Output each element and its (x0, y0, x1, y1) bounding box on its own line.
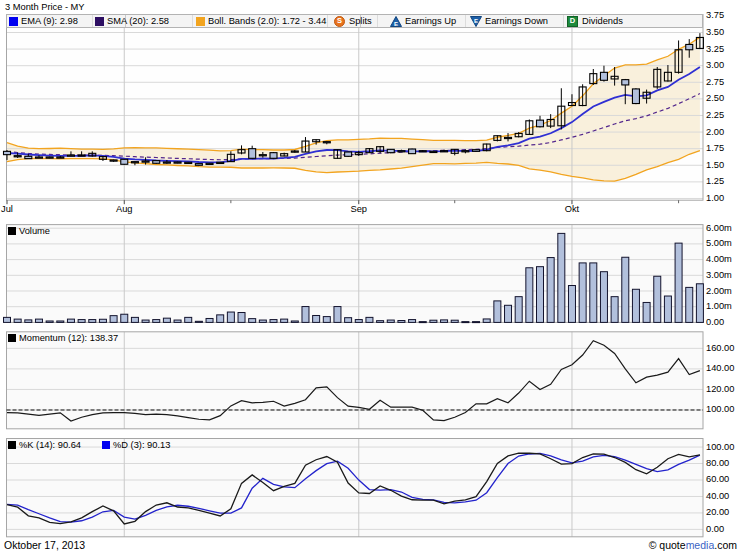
legend-item-splits: S Splits (334, 15, 372, 27)
volume-bar (14, 319, 21, 322)
ema-color-swatch (9, 17, 18, 26)
legend-item-sma: SMA (20): 2.58 (95, 15, 169, 27)
volume-legend: Volume (8, 225, 50, 237)
stochastic-ytick-label: 80.00 (706, 458, 729, 468)
volume-bar (281, 319, 288, 322)
legend-divider (92, 15, 93, 27)
momentum-ytick-label: 160.00 (706, 343, 734, 353)
volume-ytick-label: 6.00m (706, 223, 732, 233)
price-ytick-label: 1.75 (706, 143, 724, 153)
volume-bar (451, 320, 458, 322)
candle-body (664, 72, 671, 81)
candle-body (696, 37, 703, 48)
footer-brand-media: media (686, 539, 715, 551)
stochastic-ytick-label: 100.00 (706, 442, 734, 452)
chart-canvas (0, 0, 740, 558)
month-label-sep: Sep (350, 204, 367, 214)
price-ytick-label: 1.50 (706, 160, 724, 170)
volume-bar (99, 319, 106, 322)
candle-body (430, 151, 437, 152)
price-ytick-label: 1.00 (706, 193, 724, 203)
candle-body (142, 161, 149, 162)
price-ytick-label: 2.00 (706, 127, 724, 137)
volume-bar (227, 312, 234, 322)
candle-body (270, 153, 277, 159)
earnings-up-letter: E (394, 20, 398, 26)
price-ytick-label: 2.75 (706, 77, 724, 87)
earnings-down-letter: E (474, 18, 478, 24)
legend-item-dividends: D Dividends (567, 15, 623, 27)
volume-bar (355, 320, 362, 323)
volume-bar (664, 296, 671, 322)
stochastic-ytick-label: 40.00 (706, 491, 729, 501)
volume-bar (259, 320, 266, 322)
candle-body (526, 121, 533, 135)
volume-ytick-label: 1.00m (706, 301, 732, 311)
candle-body (323, 142, 330, 143)
candle-body (419, 151, 426, 152)
candle-body (313, 140, 320, 142)
volume-bar (57, 321, 64, 322)
legend-item-earnings-down-label: Earnings Down (485, 16, 548, 26)
candle-body (185, 162, 192, 163)
volume-bar (654, 276, 661, 322)
candle-body (206, 163, 213, 164)
candle-body (131, 162, 138, 163)
volume-bar (291, 321, 298, 322)
volume-bar (387, 320, 394, 322)
volume-bar (643, 302, 650, 322)
volume-bar (195, 321, 202, 322)
volume-bar (600, 272, 607, 323)
volume-bar (334, 307, 341, 323)
momentum-ytick-label: 120.00 (706, 384, 734, 394)
volume-bar (35, 319, 42, 322)
candle-body (302, 141, 309, 152)
candle-body (611, 76, 618, 79)
volume-bar (515, 297, 522, 323)
volume-bar (131, 317, 138, 322)
momentum-legend-label: Momentum (12): 138.37 (19, 333, 118, 343)
volume-bar (174, 320, 181, 322)
candle-body (483, 144, 490, 151)
volume-ytick-label: 4.00m (706, 254, 732, 264)
volume-bar (313, 315, 320, 322)
legend-item-ema-label: EMA (9): 2.98 (21, 16, 78, 26)
candle-body (259, 155, 266, 156)
price-ytick-label: 3.75 (706, 10, 724, 20)
footer-brand-link[interactable]: © quotemedia.com (649, 539, 737, 551)
candle-body (78, 155, 85, 156)
candle-body (686, 44, 693, 49)
volume-bar (590, 263, 597, 322)
footer-brand-quote: quote (659, 539, 685, 551)
volume-bar (249, 319, 256, 323)
stochastic-d-legend-label: %D (3): 90.13 (113, 440, 170, 450)
volume-bar (494, 301, 501, 323)
candle-body (515, 133, 522, 136)
candle-body (494, 136, 501, 141)
volume-ytick-label: 0.00 (706, 317, 724, 327)
momentum-ytick-label: 100.00 (706, 404, 734, 414)
candle-body (217, 162, 224, 163)
legend-divider (327, 15, 328, 27)
volume-bar (217, 315, 224, 323)
candle-body (643, 92, 650, 98)
candle-body (89, 153, 96, 156)
legend-item-ema: EMA (9): 2.98 (9, 15, 78, 27)
stock-chart-page: {"title":"3 Month Price - MY","price_leg… (0, 0, 740, 558)
volume-legend-label: Volume (19, 226, 50, 236)
legend-item-dividends-label: Dividends (582, 16, 623, 26)
volume-ytick-label: 5.00m (706, 238, 732, 248)
volume-bar (558, 233, 565, 322)
volume-bar (430, 320, 437, 322)
candle-body (462, 151, 469, 152)
candle-body (355, 153, 362, 155)
dividends-icon: D (567, 16, 578, 27)
legend-item-boll: Boll. Bands (2.0): 1.72 - 3.44 (196, 15, 326, 27)
legend-item-earnings-up-label: Earnings Up (405, 16, 456, 26)
candle-body (249, 149, 256, 159)
stochastic-k-legend-label: %K (14): 90.64 (19, 440, 81, 450)
candle-body (473, 150, 480, 152)
legend-item-earnings-down: E Earnings Down (470, 15, 548, 27)
candle-body (163, 162, 170, 163)
volume-bar (302, 307, 309, 323)
